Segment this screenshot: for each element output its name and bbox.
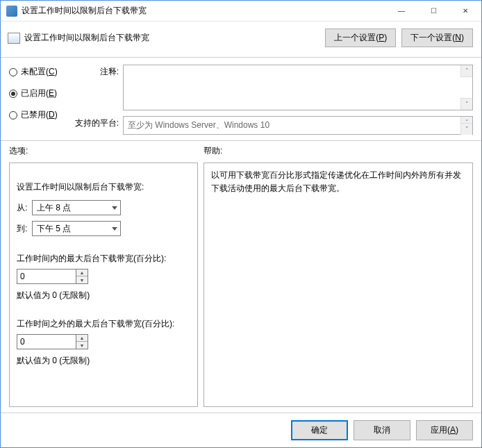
from-label: 从: [17, 202, 32, 214]
platform-label: 支持的平台: [73, 116, 123, 129]
supported-platforms-field: 至少为 Windows Server、Windows 10 ˄ ˅ [123, 116, 473, 135]
subheader: 设置工作时间以限制后台下载带宽 上一个设置(P) 下一个设置(N) [1, 22, 481, 58]
policy-title: 设置工作时间以限制后台下载带宽 [24, 32, 319, 44]
in-hours-label: 工作时间内的最大后台下载带宽(百分比): [17, 253, 190, 265]
spinner-buttons: ▲ ▼ [76, 334, 88, 349]
app-icon [6, 6, 17, 17]
in-hours-input[interactable] [17, 269, 76, 284]
maximize-button[interactable]: ☐ [417, 1, 449, 21]
options-title: 设置工作时间以限制后台下载带宽: [17, 181, 190, 193]
titlebar: 设置工作时间以限制后台下载带宽 — ☐ ✕ [1, 1, 481, 22]
apply-button[interactable]: 应用(A) [416, 420, 473, 440]
help-label: 帮助: [203, 145, 222, 157]
window-controls: — ☐ ✕ [385, 1, 481, 21]
comment-textarea[interactable]: ˄ ˅ [123, 65, 473, 110]
from-time-row: 从: 上午 8 点 [17, 200, 190, 215]
cancel-button[interactable]: 取消 [354, 420, 410, 440]
options-label: 选项: [9, 145, 203, 157]
next-setting-button[interactable]: 下一个设置(N) [401, 28, 473, 47]
spin-up-icon[interactable]: ▲ [76, 269, 88, 276]
radio-enabled[interactable]: 已启用(E) [9, 88, 73, 99]
dialog-window: 设置工作时间以限制后台下载带宽 — ☐ ✕ 设置工作时间以限制后台下载带宽 上一… [0, 0, 482, 448]
config-top: 未配置(C) 已启用(E) 已禁用(D) 注释: ˄ ˅ 支持的平台: 至少为 … [1, 58, 481, 141]
scroll-up-icon[interactable]: ˄ [460, 65, 472, 77]
window-title: 设置工作时间以限制后台下载带宽 [22, 5, 385, 17]
from-time-combobox[interactable]: 上午 8 点 [32, 200, 121, 215]
to-time-combobox[interactable]: 下午 5 点 [32, 221, 121, 236]
state-radio-group: 未配置(C) 已启用(E) 已禁用(D) [9, 65, 73, 135]
scroll-down-icon[interactable]: ˅ [460, 98, 472, 110]
out-hours-hint: 默认值为 0 (无限制) [17, 355, 190, 367]
section-labels: 选项: 帮助: [1, 141, 481, 160]
ok-button[interactable]: 确定 [291, 420, 348, 440]
previous-setting-button[interactable]: 上一个设置(P) [325, 28, 396, 47]
to-time-row: 到: 下午 5 点 [17, 221, 190, 236]
help-panel: 以可用下载带宽百分比形式指定传递优化在工作时间内外跨所有并发下载活动使用的最大后… [203, 163, 473, 407]
minimize-button[interactable]: — [385, 1, 417, 21]
in-hours-spinner: ▲ ▼ [17, 269, 190, 284]
out-hours-input[interactable] [17, 334, 76, 349]
comment-label: 注释: [73, 65, 123, 78]
spin-up-icon[interactable]: ▲ [76, 335, 88, 342]
radio-not-configured[interactable]: 未配置(C) [9, 66, 73, 78]
help-text: 以可用下载带宽百分比形式指定传递优化在工作时间内外跨所有并发下载活动使用的最大后… [211, 169, 465, 195]
radio-icon [9, 111, 17, 119]
policy-icon [8, 33, 20, 44]
spinner-buttons: ▲ ▼ [76, 269, 88, 284]
spin-down-icon[interactable]: ▼ [76, 342, 88, 349]
options-panel: 设置工作时间以限制后台下载带宽: 从: 上午 8 点 到: 下午 5 点 工作时… [9, 163, 198, 407]
in-hours-hint: 默认值为 0 (无限制) [17, 290, 190, 301]
radio-icon [9, 68, 17, 76]
scroll-down-icon[interactable]: ˅ [460, 123, 472, 135]
footer: 确定 取消 应用(A) [1, 413, 481, 447]
out-hours-label: 工作时间之外的最大后台下载带宽(百分比): [17, 318, 190, 330]
radio-disabled[interactable]: 已禁用(D) [9, 109, 73, 121]
info-column: 注释: ˄ ˅ 支持的平台: 至少为 Windows Server、Window… [73, 65, 473, 135]
close-button[interactable]: ✕ [449, 1, 481, 21]
out-hours-spinner: ▲ ▼ [17, 334, 190, 349]
middle-section: 设置工作时间以限制后台下载带宽: 从: 上午 8 点 到: 下午 5 点 工作时… [1, 160, 481, 413]
to-label: 到: [17, 223, 32, 235]
radio-icon [9, 90, 17, 98]
spin-down-icon[interactable]: ▼ [76, 276, 88, 283]
